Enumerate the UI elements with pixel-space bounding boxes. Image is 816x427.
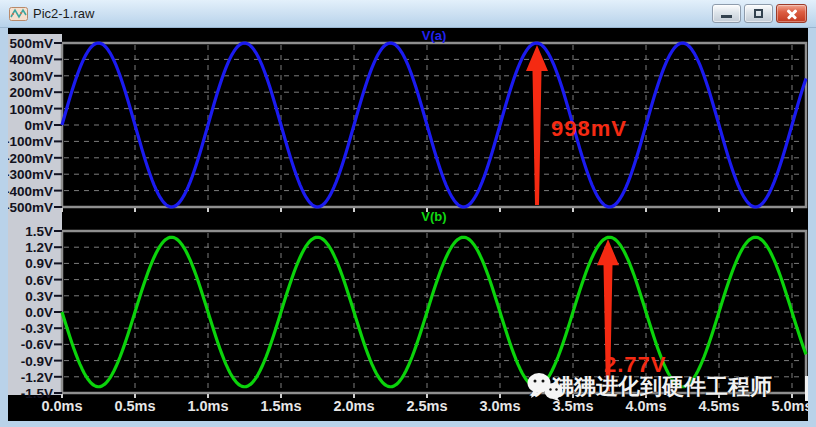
y-tick-label: -500mV [8,200,53,215]
trace-label-va[interactable]: V(a) [62,28,806,43]
y-tick-label: -1.2V [21,370,53,385]
x-tick-label: 2.5ms [406,398,447,414]
y-tick-label: 200mV [9,85,53,100]
y-tick-label: 1.2V [25,240,53,255]
y-tick-label: 0mV [24,118,53,133]
waveform-plot-canvas[interactable]: 500mV400mV300mV200mV100mV0mV-100mV-200mV… [8,28,808,421]
y-tick-label: -0.6V [21,337,53,352]
text-cursor [805,376,808,401]
y-tick-label: 300mV [9,69,53,84]
x-tick-label: 0.5ms [114,398,155,414]
window-title: Pic2-1.raw [33,0,94,28]
measurement-label-998mv: 998mV [551,116,627,142]
waveform-viewer-window: Pic2-1.raw 500mV400mV300mV200mV100mV0mV-… [0,0,816,427]
plot-content[interactable]: 500mV400mV300mV200mV100mV0mV-100mV-200mV… [8,28,808,421]
ltspice-waveform-icon [9,6,28,22]
watermark-text: 从狒狒进化到硬件工程师 [530,372,772,402]
plot-pane-V(a)[interactable]: 500mV400mV300mV200mV100mV0mV-100mV-200mV… [8,36,806,215]
x-tick-label: 1.5ms [260,398,301,414]
y-tick-label: -100mV [8,134,53,149]
y-tick-label: -400mV [8,184,53,199]
x-tick-label: 1.0ms [187,398,228,414]
restore-button[interactable] [744,4,773,23]
watermark: 从狒狒进化到硬件工程师 [526,372,772,402]
y-tick-label: -200mV [8,151,53,166]
y-tick-label: 100mV [9,102,53,117]
minimize-button[interactable] [712,4,741,23]
trace-label-vb[interactable]: V(b) [62,209,806,224]
x-tick-label: 5.0ms [771,398,808,414]
x-tick-label: 2.0ms [333,398,374,414]
y-tick-label: -0.9V [21,354,53,369]
y-tick-label: 1.5V [25,224,53,239]
minimize-icon [721,15,732,18]
y-tick-label: 0.3V [25,289,53,304]
x-tick-label: 0.0ms [41,398,82,414]
close-button[interactable] [776,4,807,23]
y-tick-label: 0.9V [25,256,53,271]
wechat-icon [526,372,564,402]
y-tick-label: -300mV [8,167,53,182]
y-tick-label: -0.3V [21,321,53,336]
titlebar[interactable]: Pic2-1.raw [0,0,816,28]
y-tick-label: 500mV [9,36,53,51]
y-tick-label: 0.0V [25,305,53,320]
y-tick-label: 400mV [9,52,53,67]
x-tick-label: 3.0ms [479,398,520,414]
restore-icon [754,9,763,18]
y-tick-label: 0.6V [25,273,53,288]
